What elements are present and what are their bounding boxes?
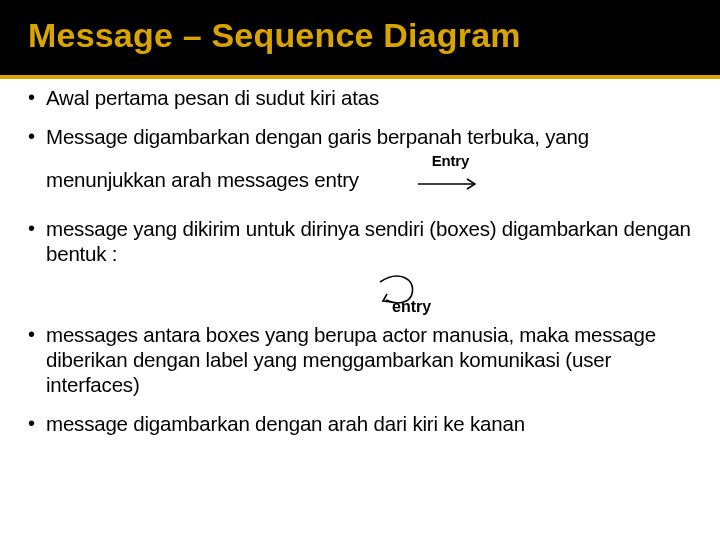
bullet-item: Message digambarkan dengan garis berpana… — [46, 124, 696, 192]
bullet-text: message digambarkan dengan arah dari kir… — [46, 412, 525, 435]
self-message-figure: entry — [46, 276, 696, 318]
bullet-text: message yang dikirim untuk dirinya sendi… — [46, 217, 691, 265]
bullet-text: Awal pertama pesan di sudut kiri atas — [46, 86, 379, 109]
bullet-text: Message digambarkan dengan garis berpana… — [46, 125, 589, 191]
arrow-right-icon — [418, 178, 482, 190]
self-message-label: entry — [392, 298, 431, 316]
content-area: Awal pertama pesan di sudut kiri atas Me… — [0, 79, 720, 436]
bullet-list: Awal pertama pesan di sudut kiri atas Me… — [24, 85, 696, 436]
bullet-item: message yang dikirim untuk dirinya sendi… — [46, 216, 696, 266]
title-bar: Message – Sequence Diagram — [0, 0, 720, 79]
bullet-item: Awal pertama pesan di sudut kiri atas — [46, 85, 696, 110]
bullet-text: messages antara boxes yang berupa actor … — [46, 323, 656, 396]
bullet-item: messages antara boxes yang berupa actor … — [46, 322, 696, 397]
slide-title: Message – Sequence Diagram — [28, 16, 692, 55]
bullet-item: message digambarkan dengan arah dari kir… — [46, 411, 696, 436]
straight-arrow-label: Entry — [418, 152, 482, 170]
straight-arrow-figure: Entry — [418, 152, 482, 195]
